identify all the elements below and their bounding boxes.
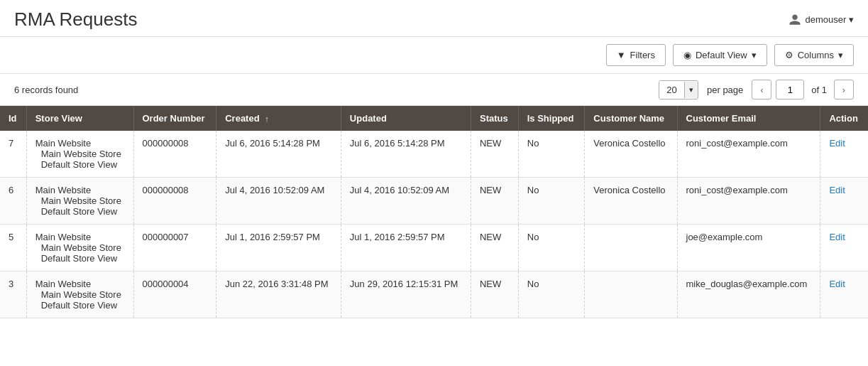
filters-button[interactable]: ▼ Filters	[606, 44, 666, 66]
col-header-customer-name: Customer Name	[585, 106, 677, 131]
page-total: of 1	[811, 85, 827, 95]
cell-order-number: 000000004	[133, 271, 216, 318]
top-bar: RMA Requests demouser ▾	[0, 0, 868, 37]
per-page-value: 20	[659, 81, 684, 99]
per-page-dropdown-arrow[interactable]: ▾	[684, 82, 698, 98]
cell-status: NEW	[471, 225, 518, 271]
store-line-3: Default Store View	[35, 253, 125, 264]
view-chevron-icon: ▾	[752, 50, 757, 60]
table-row: 7 Main Website Main Website Store Defaul…	[0, 131, 868, 178]
col-header-status: Status	[471, 106, 518, 131]
cell-store-view: Main Website Main Website Store Default …	[26, 271, 133, 318]
view-button[interactable]: ◉ Default View ▾	[673, 44, 767, 66]
cell-order-number: 000000007	[133, 225, 216, 271]
col-header-id: Id	[0, 106, 26, 131]
pagination-bar: 6 records found 20 ▾ per page ‹ of 1 ›	[0, 74, 868, 106]
cell-status: NEW	[471, 178, 518, 225]
store-line-1: Main Website	[35, 279, 125, 289]
col-header-created[interactable]: Created ↑	[216, 106, 341, 131]
cell-store-view: Main Website Main Website Store Default …	[26, 131, 133, 178]
cell-order-number: 000000008	[133, 131, 216, 178]
cell-customer-name: Veronica Costello	[585, 131, 677, 178]
cell-id: 6	[0, 178, 26, 225]
store-line-3: Default Store View	[35, 300, 125, 311]
table-header: Id Store View Order Number Created ↑ Upd…	[0, 106, 868, 131]
pagination-controls: 20 ▾ per page ‹ of 1 ›	[659, 80, 854, 99]
table-header-row: Id Store View Order Number Created ↑ Upd…	[0, 106, 868, 131]
store-line-2: Main Website Store	[35, 149, 125, 159]
cell-action: Edit	[820, 178, 868, 225]
cell-is-shipped: No	[518, 178, 585, 225]
table-row: 3 Main Website Main Website Store Defaul…	[0, 271, 868, 318]
per-page-selector[interactable]: 20 ▾	[659, 80, 698, 99]
store-line-3: Default Store View	[35, 206, 125, 217]
cell-customer-name	[585, 225, 677, 271]
edit-link[interactable]: Edit	[829, 232, 845, 242]
cell-is-shipped: No	[518, 131, 585, 178]
filter-icon: ▼	[617, 50, 626, 60]
col-header-store-view: Store View	[26, 106, 133, 131]
store-line-1: Main Website	[35, 185, 125, 195]
cell-is-shipped: No	[518, 225, 585, 271]
store-line-2: Main Website Store	[35, 195, 125, 206]
cell-updated: Jul 4, 2016 10:52:09 AM	[341, 178, 471, 225]
page-title: RMA Requests	[14, 9, 137, 31]
store-line-2: Main Website Store	[35, 242, 125, 253]
cell-action: Edit	[820, 225, 868, 271]
store-line-2: Main Website Store	[35, 289, 125, 300]
cell-id: 3	[0, 271, 26, 318]
cell-status: NEW	[471, 271, 518, 318]
store-line-1: Main Website	[35, 232, 125, 242]
edit-link[interactable]: Edit	[829, 185, 845, 195]
user-menu[interactable]: demouser ▾	[789, 14, 854, 26]
page-number-input[interactable]	[776, 80, 804, 99]
rma-table: Id Store View Order Number Created ↑ Upd…	[0, 106, 868, 318]
col-header-is-shipped: Is Shipped	[518, 106, 585, 131]
cell-updated: Jul 1, 2016 2:59:57 PM	[341, 225, 471, 271]
cell-customer-name: Veronica Costello	[585, 178, 677, 225]
col-header-updated: Updated	[341, 106, 471, 131]
cell-customer-email: mike_douglas@example.com	[677, 271, 820, 318]
filters-label: Filters	[630, 50, 655, 60]
columns-chevron-icon: ▾	[838, 50, 843, 60]
cell-status: NEW	[471, 131, 518, 178]
cell-order-number: 000000008	[133, 178, 216, 225]
table-body: 7 Main Website Main Website Store Defaul…	[0, 131, 868, 318]
columns-button[interactable]: ⚙ Columns ▾	[774, 44, 854, 66]
cell-customer-name	[585, 271, 677, 318]
cell-updated: Jul 6, 2016 5:14:28 PM	[341, 131, 471, 178]
next-page-button[interactable]: ›	[834, 80, 854, 99]
col-header-order-number: Order Number	[133, 106, 216, 131]
view-label: Default View	[696, 50, 747, 60]
col-header-customer-email: Customer Email	[677, 106, 820, 131]
store-line-1: Main Website	[35, 138, 125, 149]
table-row: 5 Main Website Main Website Store Defaul…	[0, 225, 868, 271]
prev-page-button[interactable]: ‹	[752, 80, 771, 99]
cell-action: Edit	[820, 271, 868, 318]
edit-link[interactable]: Edit	[829, 138, 845, 149]
store-line-3: Default Store View	[35, 159, 125, 170]
records-found: 6 records found	[14, 85, 78, 95]
columns-label: Columns	[798, 50, 834, 60]
gear-icon: ⚙	[785, 50, 793, 60]
cell-customer-email: roni_cost@example.com	[677, 131, 820, 178]
per-page-label: per page	[707, 85, 743, 95]
toolbar: ▼ Filters ◉ Default View ▾ ⚙ Columns ▾	[0, 37, 868, 74]
sort-arrow-created: ↑	[265, 114, 269, 123]
cell-created: Jun 22, 2016 3:31:48 PM	[216, 271, 341, 318]
cell-updated: Jun 29, 2016 12:15:31 PM	[341, 271, 471, 318]
cell-created: Jul 1, 2016 2:59:57 PM	[216, 225, 341, 271]
col-header-action: Action	[820, 106, 868, 131]
cell-id: 5	[0, 225, 26, 271]
cell-customer-email: joe@example.com	[677, 225, 820, 271]
cell-action: Edit	[820, 131, 868, 178]
cell-store-view: Main Website Main Website Store Default …	[26, 178, 133, 225]
cell-customer-email: roni_cost@example.com	[677, 178, 820, 225]
cell-created: Jul 6, 2016 5:14:28 PM	[216, 131, 341, 178]
cell-store-view: Main Website Main Website Store Default …	[26, 225, 133, 271]
edit-link[interactable]: Edit	[829, 279, 845, 289]
user-icon	[789, 14, 801, 26]
cell-created: Jul 4, 2016 10:52:09 AM	[216, 178, 341, 225]
eye-icon: ◉	[683, 50, 691, 60]
user-name: demouser ▾	[806, 14, 854, 25]
